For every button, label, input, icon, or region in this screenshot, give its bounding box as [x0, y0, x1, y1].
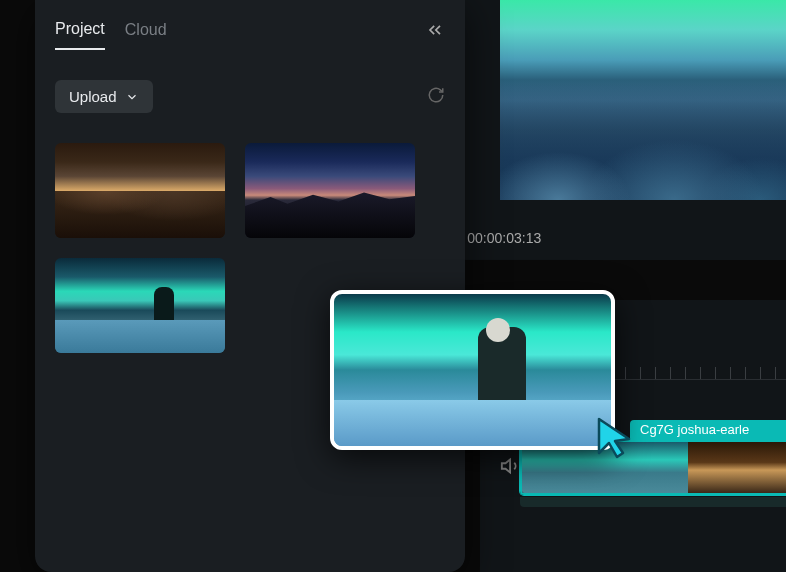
media-panel: Project Cloud Upload	[35, 0, 465, 572]
tab-cloud[interactable]: Cloud	[125, 21, 167, 49]
media-thumbnail[interactable]	[245, 143, 415, 238]
audio-icon[interactable]	[500, 455, 522, 481]
upload-label: Upload	[69, 88, 117, 105]
collapse-panel-button[interactable]	[425, 20, 445, 44]
refresh-button[interactable]	[427, 86, 445, 108]
media-thumbnail[interactable]	[55, 143, 225, 238]
tab-project[interactable]: Project	[55, 20, 105, 50]
timeline-clip-audio[interactable]	[520, 497, 786, 507]
drag-preview-thumbnail[interactable]	[330, 290, 615, 450]
total-time: 00:00:03:13	[467, 230, 541, 246]
preview-video[interactable]	[500, 0, 786, 200]
cursor-icon	[595, 415, 637, 467]
preview-panel	[430, 0, 786, 260]
media-thumbnail[interactable]	[55, 258, 225, 353]
clip-label: Cg7G joshua-earle	[630, 420, 786, 440]
panel-tabs: Project Cloud	[55, 20, 445, 50]
chevron-down-icon	[125, 90, 139, 104]
upload-button[interactable]: Upload	[55, 80, 153, 113]
